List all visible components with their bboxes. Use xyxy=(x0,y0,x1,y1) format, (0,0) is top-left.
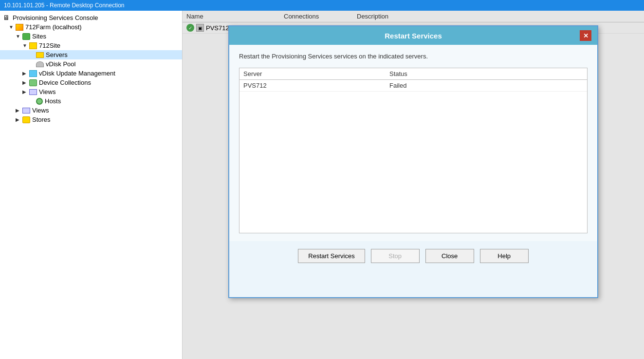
tree-vdiskupdate-label: vDisk Update Management xyxy=(39,70,115,77)
views-site-icon xyxy=(29,89,37,95)
tree-item-vdiskupdate[interactable]: ▶ vDisk Update Management xyxy=(0,69,182,78)
tree-arrow-views-top: ▶ xyxy=(16,108,22,113)
tree-712site-label: 712Site xyxy=(39,42,60,49)
tree-vdiskpool-label: vDisk Pool xyxy=(46,60,75,68)
tree-item-devicecollections[interactable]: ▶ Device Collections xyxy=(0,78,182,87)
title-bar: 10.101.101.205 - Remote Desktop Connecti… xyxy=(0,0,644,11)
tree-arrow-vdiskupdate: ▶ xyxy=(22,71,29,76)
tree-panel: 🖥 Provisioning Services Console ▼ 712Far… xyxy=(0,11,183,359)
tree-views-site-label: Views xyxy=(39,88,55,95)
srv-col-header-server: Server xyxy=(243,70,389,77)
tree-hosts-label: Hosts xyxy=(45,97,61,105)
right-panel: Name Connections Description ▣ PVS712 0 … xyxy=(183,11,644,359)
main-container: 🖥 Provisioning Services Console ▼ 712Far… xyxy=(0,11,644,359)
tree-item-farm[interactable]: ▼ 712Farm (localhost) xyxy=(0,22,182,32)
modal-overlay: Restart Services ✕ Restart the Provision… xyxy=(183,11,644,359)
tree-farm-label: 712Farm (localhost) xyxy=(25,23,82,31)
server-table-header: Server Status xyxy=(239,68,587,80)
dialog-body: Restart the Provisioning Services servic… xyxy=(229,45,597,241)
tree-item-712site[interactable]: ▼ 712Site xyxy=(0,41,182,50)
tree-arrow-devicecollections: ▶ xyxy=(22,80,29,85)
tree-arrow-farm: ▼ xyxy=(9,24,16,30)
vdisk-icon xyxy=(36,61,44,67)
dialog-footer: Restart Services Stop Close Help xyxy=(229,241,597,271)
tree-devicecollections-label: Device Collections xyxy=(39,79,91,86)
tree-servers-label: Servers xyxy=(46,51,68,58)
tree-item-vdiskpool[interactable]: vDisk Pool xyxy=(0,59,182,69)
close-button[interactable]: Close xyxy=(425,249,474,263)
dialog-title: Restart Services xyxy=(247,32,580,40)
stores-icon xyxy=(22,116,30,123)
srv-col-header-status: Status xyxy=(389,70,583,77)
tree-item-servers[interactable]: Servers xyxy=(0,50,182,59)
restart-services-button[interactable]: Restart Services xyxy=(298,249,365,263)
server-table: Server Status PVS712 Failed xyxy=(239,68,588,233)
tree-arrow-views-site: ▶ xyxy=(22,89,29,94)
tree-root[interactable]: 🖥 Provisioning Services Console xyxy=(0,13,182,22)
server-table-row: PVS712 Failed xyxy=(239,80,587,92)
dialog-titlebar: Restart Services ✕ xyxy=(229,26,597,45)
tree-stores-label: Stores xyxy=(32,116,51,123)
vdiskupdate-icon xyxy=(29,70,37,77)
dialog-description: Restart the Provisioning Services servic… xyxy=(239,53,588,60)
tree-item-views-top[interactable]: ▶ Views xyxy=(0,106,182,115)
srv-cell-server: PVS712 xyxy=(243,82,389,89)
tree-item-sites[interactable]: ▼ Sites xyxy=(0,32,182,41)
tree-arrow-712site: ▼ xyxy=(22,43,29,48)
tree-sites-label: Sites xyxy=(32,33,46,40)
servers-icon xyxy=(36,52,44,58)
tree-arrow-sites: ▼ xyxy=(16,34,22,39)
srv-cell-status: Failed xyxy=(389,82,583,89)
tree-views-top-label: Views xyxy=(32,107,49,114)
title-text: 10.101.101.205 - Remote Desktop Connecti… xyxy=(4,2,125,9)
stop-button[interactable]: Stop xyxy=(371,249,420,263)
help-button[interactable]: Help xyxy=(480,249,529,263)
tree-root-label: Provisioning Services Console xyxy=(13,14,98,21)
tree-arrow-stores: ▶ xyxy=(16,117,22,122)
tree-item-stores[interactable]: ▶ Stores xyxy=(0,115,182,124)
hosts-icon xyxy=(36,98,43,105)
dialog-close-button[interactable]: ✕ xyxy=(580,30,591,41)
console-icon: 🖥 xyxy=(2,14,11,21)
collections-icon xyxy=(29,79,37,86)
sites-icon xyxy=(22,33,30,40)
restart-services-dialog: Restart Services ✕ Restart the Provision… xyxy=(228,25,598,298)
tree-item-views-site[interactable]: ▶ Views xyxy=(0,87,182,96)
tree-item-hosts[interactable]: Hosts xyxy=(0,96,182,106)
farm-icon xyxy=(16,24,23,31)
site-icon xyxy=(29,42,37,49)
views-top-icon xyxy=(22,108,30,113)
